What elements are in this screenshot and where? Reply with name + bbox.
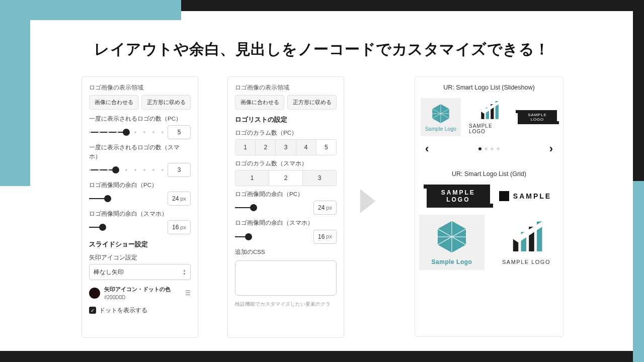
fit-square-button[interactable]: 正方形に収める (141, 95, 191, 110)
page-headline: レイアウトや余白、見出しをノーコードでカスタマイズできる！ (0, 39, 644, 60)
prev-button[interactable]: ‹ (425, 142, 429, 155)
fit-image-button[interactable]: 画像に合わせる (89, 95, 138, 110)
gap-pc-value-2[interactable]: 24px (313, 201, 337, 215)
list-heading: ロゴリストの設定 (235, 115, 337, 125)
logo-badge: SAMPLELOGO (517, 98, 557, 136)
count-sp-slider[interactable] (89, 167, 164, 172)
grid-logo-text: SAMPLE (499, 191, 551, 201)
settings-panel-slideshow: ロゴ画像の表示領域 画像に合わせる 正方形に収める 一度に表示されるロゴの数（P… (82, 76, 198, 338)
cols-pc-segment[interactable]: 1 2 3 4 5 (235, 139, 337, 155)
logo-bars: SAMPLE LOGO (469, 98, 509, 136)
gap-sp-slider[interactable] (89, 225, 164, 230)
dots-indicator[interactable] (478, 147, 500, 150)
slideshow-heading: スライドショー設定 (89, 239, 191, 249)
slideshow-title: UR: Smart Logo List (Slideshow) (415, 84, 563, 91)
count-sp-value[interactable]: 3 (168, 163, 191, 177)
cols-pc-label: ロゴのカラム数（PC） (235, 129, 337, 137)
select-updown-icon: ▲▼ (183, 268, 186, 276)
gap-sp-label-2: ロゴ画像間の余白（スマホ） (235, 219, 337, 227)
cols-sp-label: ロゴのカラム数（スマホ） (235, 159, 337, 168)
gap-pc-label-2: ロゴ画像間の余白（PC） (235, 190, 337, 199)
gap-pc-value[interactable]: 24px (168, 192, 191, 206)
grid-title: UR: Smart Logo List (Grid) (415, 170, 563, 177)
css-hint: 検証機能でカスタマイズしたい要素のクラ (235, 300, 337, 308)
gap-pc-slider[interactable] (89, 196, 164, 201)
logo-hexagon: Sample Logo (421, 98, 461, 136)
next-button[interactable]: › (549, 142, 553, 155)
cols-sp-segment[interactable]: 1 2 3 (235, 170, 337, 186)
show-dots-checkbox[interactable]: ✓ ドットを表示する (89, 306, 191, 315)
count-sp-label: 一度に表示されるロゴの数（スマホ） (89, 143, 191, 161)
grid-logo-bars: SAMPLE LOGO (494, 215, 559, 270)
arrow-setting-label: 矢印アイコン設定 (89, 253, 191, 262)
chevron-right-icon (356, 186, 381, 216)
settings-panel-grid: ロゴ画像の表示領域 画像に合わせる 正方形に収める ロゴリストの設定 ロゴのカラ… (227, 76, 344, 338)
arrow-select[interactable]: 棒なし矢印 ▲▼ (89, 264, 191, 280)
svg-marker-0 (360, 189, 375, 213)
gap-sp-value[interactable]: 16px (168, 220, 191, 234)
region-label-2: ロゴ画像の表示領域 (235, 83, 337, 92)
count-pc-label: 一度に表示されるロゴの数（PC） (89, 115, 191, 123)
gap-pc-slider-2[interactable] (235, 205, 309, 210)
check-icon: ✓ (89, 307, 96, 314)
count-pc-slider[interactable] (89, 130, 164, 135)
color-setting[interactable]: 矢印アイコン・ドットの色 #200D0D ☰ (89, 285, 191, 301)
gap-sp-value-2[interactable]: 16px (313, 230, 337, 244)
color-swatch (89, 288, 100, 299)
grid-logo-badge: SAMPLELOGO (427, 185, 490, 208)
gap-pc-label: ロゴ画像間の余白（PC） (89, 181, 191, 190)
gap-sp-slider-2[interactable] (235, 234, 309, 239)
preview-panel: UR: Smart Logo List (Slideshow) Sample L… (415, 76, 564, 337)
fit-image-button-2[interactable]: 画像に合わせる (235, 95, 284, 110)
palette-icon: ☰ (185, 289, 191, 298)
css-label: 追加のCSS (235, 248, 337, 256)
gap-sp-label: ロゴ画像間の余白（スマホ） (89, 210, 191, 218)
grid-logo-hexagon: Sample Logo (419, 215, 485, 270)
custom-css-textarea[interactable] (235, 260, 337, 296)
fit-square-button-2[interactable]: 正方形に収める (287, 95, 337, 110)
region-label: ロゴ画像の表示領域 (89, 83, 191, 92)
count-pc-value[interactable]: 5 (168, 125, 191, 139)
